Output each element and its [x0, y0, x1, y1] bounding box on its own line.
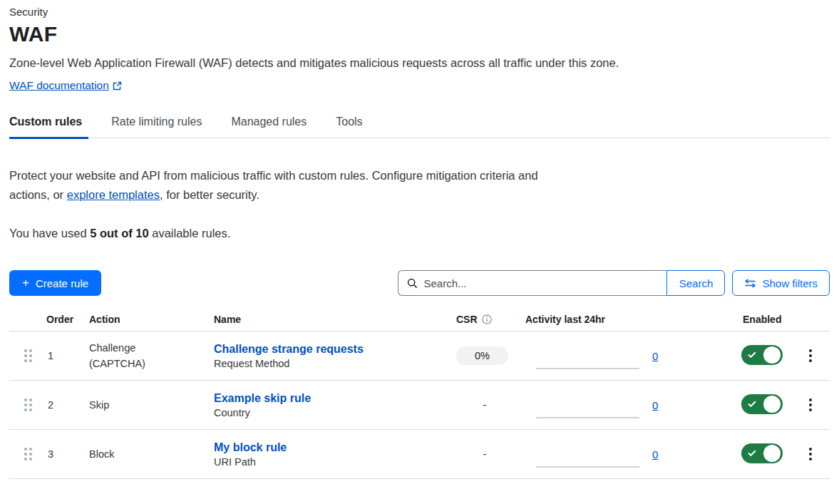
tab-managed-rules[interactable]: Managed rules — [231, 115, 313, 138]
table-row: 2 Skip Example skip rule Country - 0 — [9, 381, 830, 430]
rule-expression: Country — [214, 407, 449, 418]
search-input[interactable] — [423, 277, 658, 289]
external-link-icon — [113, 81, 122, 91]
rule-name-cell: Example skip rule Country — [207, 392, 449, 418]
rule-name-cell: Challenge strange requests Request Metho… — [207, 343, 449, 369]
activity-count-link[interactable]: 0 — [652, 448, 658, 461]
tab-custom-rules[interactable]: Custom rules — [9, 115, 88, 138]
enabled-toggle[interactable] — [741, 345, 783, 365]
usage-text: You have used 5 out of 10 available rule… — [9, 227, 830, 240]
activity-cell: 0 — [520, 381, 734, 429]
rule-order: 3 — [41, 448, 80, 460]
header-enabled: Enabled — [734, 314, 791, 325]
search-box — [398, 270, 666, 296]
search-icon — [407, 278, 418, 289]
check-icon — [748, 450, 756, 457]
activity-cell: 0 — [520, 331, 734, 380]
toolbar: + Create rule Search — [9, 270, 830, 296]
rule-action-line1: Block — [89, 446, 207, 462]
activity-cell: 0 — [520, 430, 734, 478]
page-title: WAF — [9, 22, 830, 46]
check-icon — [748, 351, 756, 359]
rule-action-line2: (CAPTCHA) — [89, 356, 207, 371]
header-name: Name — [207, 314, 449, 325]
table-row: 1 Challenge (CAPTCHA) Challenge strange … — [9, 331, 830, 381]
show-filters-button[interactable]: Show filters — [732, 270, 830, 296]
toggle-knob — [763, 396, 781, 413]
rule-name-link[interactable]: Challenge strange requests — [214, 343, 364, 356]
info-icon[interactable] — [482, 314, 492, 324]
check-icon — [748, 401, 756, 408]
doc-link-label: WAF documentation — [9, 79, 109, 92]
create-rule-label: Create rule — [36, 277, 88, 289]
usage-count: 5 out of 10 — [90, 227, 149, 240]
search-group: Search — [398, 270, 725, 296]
header-order: Order — [41, 314, 80, 325]
header-csr-label: CSR — [456, 314, 478, 325]
drag-handle[interactable] — [24, 349, 32, 362]
waf-documentation-link[interactable]: WAF documentation — [9, 79, 122, 92]
drag-handle[interactable] — [24, 398, 32, 411]
rule-action: Block — [80, 446, 207, 462]
kebab-menu-icon[interactable] — [805, 394, 816, 416]
rule-action: Skip — [80, 397, 207, 413]
activity-sparkline — [536, 368, 639, 369]
rule-action-line1: Challenge — [89, 340, 207, 356]
csr-cell: - — [449, 448, 520, 460]
intro-text: Protect your website and API from malici… — [9, 166, 540, 205]
tab-rate-limiting-rules[interactable]: Rate limiting rules — [111, 115, 208, 138]
rule-expression: Request Method — [214, 358, 449, 369]
toggle-knob — [763, 445, 781, 462]
rule-order: 1 — [41, 350, 80, 361]
breadcrumb: Security — [9, 6, 830, 18]
rule-action-line1: Skip — [89, 397, 207, 413]
toggle-knob — [763, 346, 781, 364]
search-button[interactable]: Search — [666, 270, 725, 296]
enabled-toggle[interactable] — [741, 394, 783, 414]
usage-suffix: available rules. — [149, 227, 231, 240]
header-activity: Activity last 24hr — [520, 314, 734, 325]
header-action: Action — [80, 314, 207, 325]
enabled-toggle[interactable] — [741, 443, 783, 463]
rule-name-cell: My block rule URI Path — [207, 441, 449, 468]
activity-sparkline — [536, 466, 639, 468]
tab-bar: Custom rules Rate limiting rules Managed… — [9, 115, 830, 138]
activity-sparkline — [536, 417, 639, 418]
intro-after: , for better security. — [160, 188, 259, 201]
page-description: Zone-level Web Application Firewall (WAF… — [9, 56, 830, 70]
table-header-row: Order Action Name CSR Activity last 24hr… — [9, 307, 830, 331]
rule-order: 2 — [41, 399, 80, 411]
swap-arrows-icon — [744, 279, 756, 288]
csr-cell: 0% — [449, 346, 520, 365]
csr-badge: 0% — [456, 346, 508, 365]
header-csr: CSR — [449, 314, 520, 325]
usage-prefix: You have used — [9, 227, 90, 240]
table-row: 3 Block My block rule URI Path - 0 — [9, 430, 830, 479]
explore-templates-link[interactable]: explore templates — [67, 188, 160, 201]
tab-tools[interactable]: Tools — [336, 115, 369, 138]
rule-name-link[interactable]: My block rule — [214, 441, 287, 454]
activity-count-link[interactable]: 0 — [652, 350, 658, 362]
plus-icon: + — [22, 276, 29, 290]
drag-handle[interactable] — [24, 448, 32, 461]
rule-expression: URI Path — [214, 456, 449, 468]
rule-action: Challenge (CAPTCHA) — [80, 340, 207, 371]
rule-name-link[interactable]: Example skip rule — [214, 392, 311, 405]
kebab-menu-icon[interactable] — [805, 345, 816, 366]
kebab-menu-icon[interactable] — [805, 443, 816, 465]
show-filters-label: Show filters — [762, 277, 818, 289]
rules-table: Order Action Name CSR Activity last 24hr… — [9, 307, 830, 479]
activity-count-link[interactable]: 0 — [652, 399, 658, 411]
waf-page: Security WAF Zone-level Web Application … — [0, 0, 839, 479]
create-rule-button[interactable]: + Create rule — [9, 270, 101, 296]
csr-cell: - — [449, 399, 520, 411]
